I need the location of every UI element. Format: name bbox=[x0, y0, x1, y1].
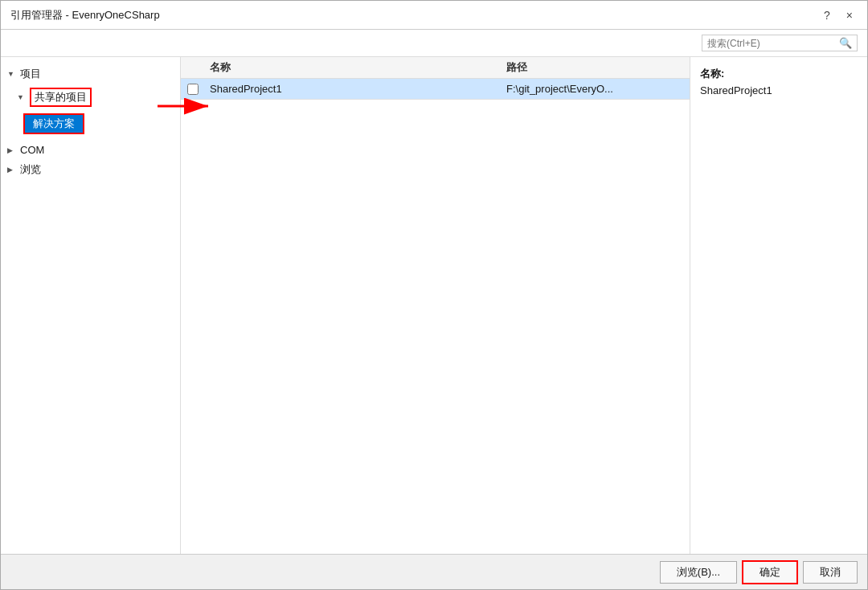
sidebar: ▼ 项目 ▼ 共享的项目 解决方案 ▶ COM ▶ 浏览 bbox=[1, 57, 181, 554]
dialog-window: 引用管理器 - EvenryOneCSharp ? × 🔍 ▼ 项目 ▼ 共享的… bbox=[0, 0, 868, 590]
close-button[interactable]: × bbox=[841, 7, 858, 23]
table-header: 名称 路径 bbox=[181, 57, 690, 79]
top-bar: 🔍 bbox=[1, 30, 867, 57]
title-bar: 引用管理器 - EvenryOneCSharp ? × bbox=[1, 1, 867, 30]
table-area: 名称 路径 SharedProject1 F:\git_project\Ever… bbox=[181, 57, 690, 554]
row-checkbox-input[interactable] bbox=[187, 84, 199, 95]
sidebar-shared-project-header[interactable]: ▼ 共享的项目 bbox=[10, 84, 180, 110]
sidebar-com-header[interactable]: ▶ COM bbox=[1, 141, 180, 159]
info-panel-label: 名称: bbox=[700, 67, 858, 81]
col-name-header: 名称 bbox=[210, 60, 506, 75]
cancel-button[interactable]: 取消 bbox=[803, 561, 858, 584]
shared-project-label: 共享的项目 bbox=[30, 88, 92, 107]
chevron-right-icon2: ▶ bbox=[7, 166, 17, 174]
chevron-right-icon: ▶ bbox=[7, 146, 17, 154]
confirm-button[interactable]: 确定 bbox=[742, 560, 798, 584]
table-row[interactable]: SharedProject1 F:\git_project\EveryO... bbox=[181, 79, 690, 100]
browse-button[interactable]: 浏览(B)... bbox=[660, 561, 737, 584]
sidebar-browse-header[interactable]: ▶ 浏览 bbox=[1, 159, 180, 180]
window-title: 引用管理器 - EvenryOneCSharp bbox=[10, 8, 160, 23]
row-name-cell: SharedProject1 bbox=[210, 83, 506, 95]
info-panel-value: SharedProject1 bbox=[700, 84, 858, 96]
search-box: 🔍 bbox=[702, 35, 858, 51]
sidebar-com-label: COM bbox=[20, 144, 44, 156]
col-path-header: 路径 bbox=[506, 60, 683, 75]
help-button[interactable]: ? bbox=[819, 7, 835, 23]
solution-button[interactable]: 解决方案 bbox=[23, 113, 84, 134]
main-area: ▼ 项目 ▼ 共享的项目 解决方案 ▶ COM ▶ 浏览 bbox=[1, 57, 867, 554]
table-body: SharedProject1 F:\git_project\EveryO... bbox=[181, 79, 690, 554]
search-input[interactable] bbox=[707, 38, 836, 49]
sidebar-solution-item[interactable]: 解决方案 bbox=[17, 110, 180, 137]
info-panel: 名称: SharedProject1 bbox=[690, 57, 867, 554]
bottom-bar: 浏览(B)... 确定 取消 bbox=[1, 554, 867, 589]
sidebar-project-header[interactable]: ▼ 项目 bbox=[1, 64, 180, 84]
search-icon: 🔍 bbox=[839, 37, 852, 49]
sidebar-browse-label: 浏览 bbox=[20, 162, 41, 177]
sidebar-project-label: 项目 bbox=[20, 67, 41, 81]
row-checkbox-cell bbox=[187, 84, 210, 95]
chevron-down-icon: ▼ bbox=[7, 70, 17, 78]
row-path-cell: F:\git_project\EveryO... bbox=[506, 83, 683, 95]
content-area: 名称 路径 SharedProject1 F:\git_project\Ever… bbox=[181, 57, 867, 554]
title-bar-buttons: ? × bbox=[819, 7, 858, 23]
chevron-down-icon2: ▼ bbox=[17, 93, 27, 101]
